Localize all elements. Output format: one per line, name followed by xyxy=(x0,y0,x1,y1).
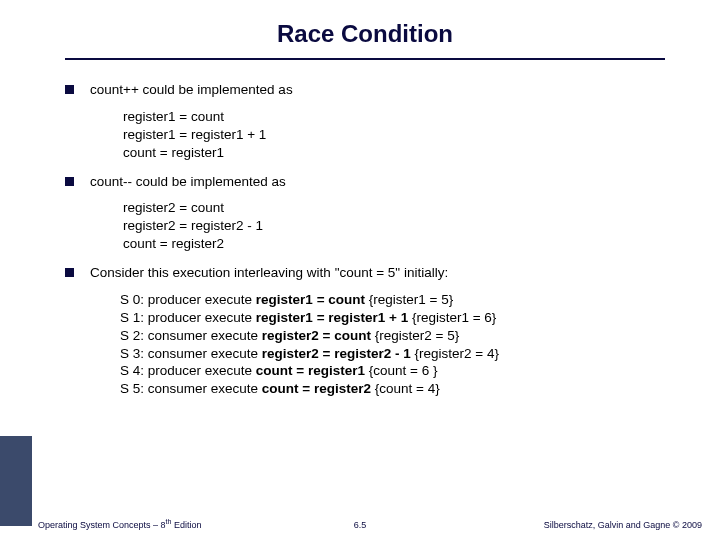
bullet-3: Consider this execution interleaving wit… xyxy=(65,265,665,282)
footer: Operating System Concepts – 8th Edition … xyxy=(0,518,720,536)
trace-line: S 0: producer execute register1 = count … xyxy=(120,292,665,309)
slide: Race Condition count++ could be implemen… xyxy=(0,0,720,540)
execution-trace: S 0: producer execute register1 = count … xyxy=(120,292,665,398)
code-line: count = register1 xyxy=(123,145,665,162)
trace-line: S 5: consumer execute count = register2 … xyxy=(120,381,665,398)
code-line: register2 = count xyxy=(123,200,665,217)
square-bullet-icon xyxy=(65,268,74,277)
footer-right: Silberschatz, Galvin and Gagne © 2009 xyxy=(544,520,702,530)
sub-block-2: register2 = count register2 = register2 … xyxy=(123,200,665,253)
code-line: count = register2 xyxy=(123,236,665,253)
trace-line: S 2: consumer execute register2 = count … xyxy=(120,328,665,345)
trace-line: S 4: producer execute count = register1 … xyxy=(120,363,665,380)
square-bullet-icon xyxy=(65,177,74,186)
code-line: register1 = count xyxy=(123,109,665,126)
bullet-2-text: count-- could be implemented as xyxy=(90,174,286,191)
code-line: register1 = register1 + 1 xyxy=(123,127,665,144)
title-rule xyxy=(65,58,665,60)
bullet-3-text: Consider this execution interleaving wit… xyxy=(90,265,448,282)
bullet-1-text: count++ could be implemented as xyxy=(90,82,293,99)
square-bullet-icon xyxy=(65,85,74,94)
slide-title: Race Condition xyxy=(65,20,665,58)
trace-line: S 3: consumer execute register2 = regist… xyxy=(120,346,665,363)
content-area: count++ could be implemented as register… xyxy=(65,82,665,398)
trace-line: S 1: producer execute register1 = regist… xyxy=(120,310,665,327)
code-line: register2 = register2 - 1 xyxy=(123,218,665,235)
left-accent-bar xyxy=(0,436,32,526)
bullet-1: count++ could be implemented as xyxy=(65,82,665,99)
footer-page-number: 6.5 xyxy=(354,520,367,530)
bullet-2: count-- could be implemented as xyxy=(65,174,665,191)
footer-left: Operating System Concepts – 8th Edition xyxy=(38,518,201,530)
sub-block-1: register1 = count register1 = register1 … xyxy=(123,109,665,162)
